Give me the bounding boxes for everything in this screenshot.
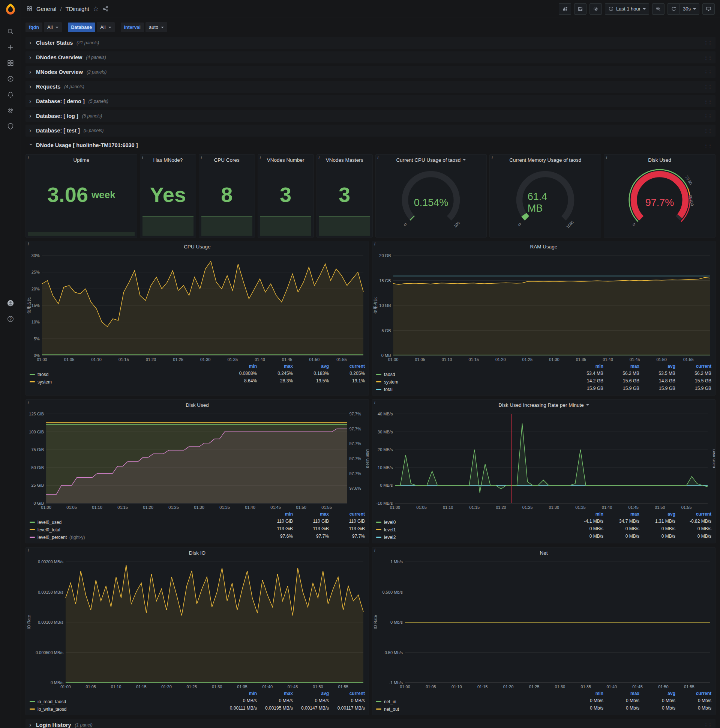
panel-title[interactable]: Disk Used bbox=[604, 154, 715, 165]
panel-info-icon[interactable]: i bbox=[142, 155, 143, 159]
variable-database-value[interactable]: All bbox=[97, 22, 114, 32]
legend-series-toggle[interactable]: level2 bbox=[376, 534, 567, 541]
share-icon[interactable] bbox=[102, 6, 109, 12]
row-database-demo[interactable]: ›Database: [ demo ](5 panels)⋮⋮ bbox=[26, 95, 715, 107]
save-dashboard-button[interactable] bbox=[574, 3, 586, 15]
legend-series-toggle[interactable]: level1 bbox=[376, 526, 567, 533]
legend-col-avg[interactable]: avg bbox=[293, 364, 329, 370]
legend-col-max[interactable]: max bbox=[257, 364, 293, 370]
user-avatar[interactable] bbox=[3, 296, 18, 311]
panel-title[interactable]: VNodes Masters bbox=[317, 154, 372, 165]
legend-series-toggle[interactable]: level0_percent(right-y) bbox=[30, 534, 257, 541]
legend-series-toggle[interactable]: system bbox=[30, 378, 221, 385]
create-plus-icon[interactable] bbox=[3, 40, 18, 55]
panel-title[interactable]: Disk Used bbox=[26, 400, 369, 410]
legend-series-toggle[interactable]: level0_used bbox=[30, 518, 257, 526]
legend-col-avg[interactable]: avg bbox=[639, 691, 675, 697]
variable-interval-label[interactable]: Interval bbox=[121, 23, 144, 32]
legend-col-current[interactable]: current bbox=[329, 364, 365, 370]
legend-col-current[interactable]: current bbox=[675, 364, 711, 370]
legend-col-min[interactable]: min bbox=[221, 691, 257, 697]
legend-col-current[interactable]: current bbox=[329, 691, 365, 697]
legend-series-toggle[interactable]: system bbox=[376, 378, 567, 385]
panel-menu-caret-icon[interactable] bbox=[586, 404, 589, 406]
legend-series-toggle[interactable]: net_in bbox=[376, 698, 567, 705]
legend-col-max[interactable]: max bbox=[293, 511, 329, 518]
legend-col-min[interactable]: min bbox=[221, 364, 257, 370]
panel-info-icon[interactable]: i bbox=[28, 548, 29, 552]
row-requests[interactable]: ›Requests(4 panels)⋮⋮ bbox=[26, 81, 715, 93]
panel-info-icon[interactable]: i bbox=[378, 155, 379, 159]
search-icon[interactable] bbox=[3, 24, 18, 39]
row-drag-handle[interactable]: ⋮⋮ bbox=[703, 84, 712, 90]
panel-info-icon[interactable]: i bbox=[201, 155, 202, 159]
legend-col-min[interactable]: min bbox=[257, 511, 293, 518]
legend-col-avg[interactable]: avg bbox=[639, 511, 675, 518]
panel-info-icon[interactable]: i bbox=[28, 155, 29, 159]
zoom-out-button[interactable] bbox=[652, 3, 665, 15]
server-admin-shield-icon[interactable] bbox=[3, 119, 18, 134]
ram-usage-plot[interactable]: 0 MB5 GB10 GB15 GB20 GB01:0001:0501:1001… bbox=[372, 252, 715, 363]
row-drag-handle[interactable]: ⋮⋮ bbox=[703, 55, 712, 60]
refresh-interval-select[interactable]: 30s bbox=[679, 3, 699, 15]
legend-col-max[interactable]: max bbox=[257, 691, 293, 697]
configuration-gear-icon[interactable] bbox=[3, 103, 18, 118]
row-drag-handle[interactable]: ⋮⋮ bbox=[703, 142, 712, 148]
panel-info-icon[interactable]: i bbox=[28, 242, 29, 246]
row-drag-handle[interactable]: ⋮⋮ bbox=[703, 722, 712, 728]
disk-rate-plot[interactable]: -10 MB/s0 MB/s10 MB/s20 MB/s30 MB/s40 MB… bbox=[372, 410, 715, 511]
star-icon[interactable]: ☆ bbox=[93, 5, 99, 13]
variable-fqdn-value[interactable]: All bbox=[44, 22, 61, 32]
panel-title[interactable]: Current CPU Usage of taosd bbox=[376, 154, 487, 165]
dashboard-settings-button[interactable] bbox=[589, 3, 602, 15]
legend-series-toggle[interactable]: level0_total bbox=[30, 526, 257, 533]
help-icon[interactable]: ? bbox=[3, 312, 18, 326]
legend-series-toggle[interactable]: io_read_taosd bbox=[30, 698, 221, 705]
row-mnodes-overview[interactable]: ›MNodes Overview(2 panels)⋮⋮ bbox=[26, 66, 715, 78]
panel-title[interactable]: Net bbox=[372, 548, 715, 558]
disk-io-plot[interactable]: 0 MB/s0.000500 MB/s0.00100 MB/s0.00150 M… bbox=[26, 558, 369, 690]
refresh-button[interactable] bbox=[668, 3, 679, 15]
alerting-bell-icon[interactable] bbox=[3, 87, 18, 102]
net-plot[interactable]: -1 Mb/s-0.50 Mb/s0 Mb/s0.500 Mb/s1 Mb/s0… bbox=[372, 558, 715, 690]
panel-title[interactable]: CPU Usage bbox=[26, 241, 369, 252]
row-drag-handle[interactable]: ⋮⋮ bbox=[703, 69, 712, 75]
legend-col-max[interactable]: max bbox=[603, 511, 639, 518]
legend-col-min[interactable]: min bbox=[567, 511, 603, 518]
row-drag-handle[interactable]: ⋮⋮ bbox=[703, 128, 712, 134]
legend-series-toggle[interactable]: taosd bbox=[376, 371, 567, 378]
panel-info-icon[interactable]: i bbox=[374, 242, 375, 246]
panel-title[interactable]: CPU Cores bbox=[199, 154, 255, 165]
panel-info-icon[interactable]: i bbox=[28, 401, 29, 405]
row-dnodes-overview[interactable]: ›DNodes Overview(4 panels)⋮⋮ bbox=[26, 51, 715, 63]
variable-database-label[interactable]: Database bbox=[68, 23, 96, 32]
panel-menu-caret-icon[interactable] bbox=[463, 159, 466, 161]
dashboards-icon[interactable] bbox=[3, 55, 18, 70]
explore-compass-icon[interactable] bbox=[3, 71, 18, 86]
legend-col-avg[interactable]: avg bbox=[639, 364, 675, 370]
panel-title[interactable]: Disk Used Increasing Rate per Minute bbox=[372, 400, 715, 410]
variable-interval-value[interactable]: auto bbox=[145, 22, 167, 32]
panel-info-icon[interactable]: i bbox=[606, 155, 607, 159]
cpu-usage-plot[interactable]: 0%5%10%15%20%25%30%01:0001:0501:1001:150… bbox=[26, 252, 369, 363]
legend-col-current[interactable]: current bbox=[675, 511, 711, 518]
grafana-logo-icon[interactable] bbox=[4, 3, 17, 16]
legend-series-toggle[interactable]: net_out bbox=[376, 705, 567, 713]
row-drag-handle[interactable]: ⋮⋮ bbox=[703, 99, 712, 104]
panel-info-icon[interactable]: i bbox=[319, 155, 320, 159]
row-database-test[interactable]: ›Database: [ test ](5 panels)⋮⋮ bbox=[26, 125, 715, 136]
disk-used-plot[interactable]: 0 GiB25 GiB50 GiB75 GiB100 GiB125 GiB97.… bbox=[26, 410, 369, 511]
panel-title[interactable]: Disk IO bbox=[26, 548, 369, 558]
legend-col-max[interactable]: max bbox=[603, 691, 639, 697]
panel-info-icon[interactable]: i bbox=[374, 548, 375, 552]
variable-fqdn-label[interactable]: fqdn bbox=[26, 23, 43, 32]
legend-col-max[interactable]: max bbox=[603, 364, 639, 370]
row-cluster-status[interactable]: ›Cluster Status(21 panels)⋮⋮ bbox=[26, 37, 715, 49]
legend-col-min[interactable]: min bbox=[567, 691, 603, 697]
row-drag-handle[interactable]: ⋮⋮ bbox=[703, 40, 712, 46]
row-login-history[interactable]: ›Login History(1 panel)⋮⋮ bbox=[26, 719, 715, 728]
panel-info-icon[interactable]: i bbox=[374, 401, 375, 405]
row-database-log[interactable]: ›Database: [ log ](5 panels)⋮⋮ bbox=[26, 110, 715, 122]
breadcrumb-folder[interactable]: General bbox=[37, 6, 56, 12]
panel-info-icon[interactable]: i bbox=[260, 155, 261, 159]
